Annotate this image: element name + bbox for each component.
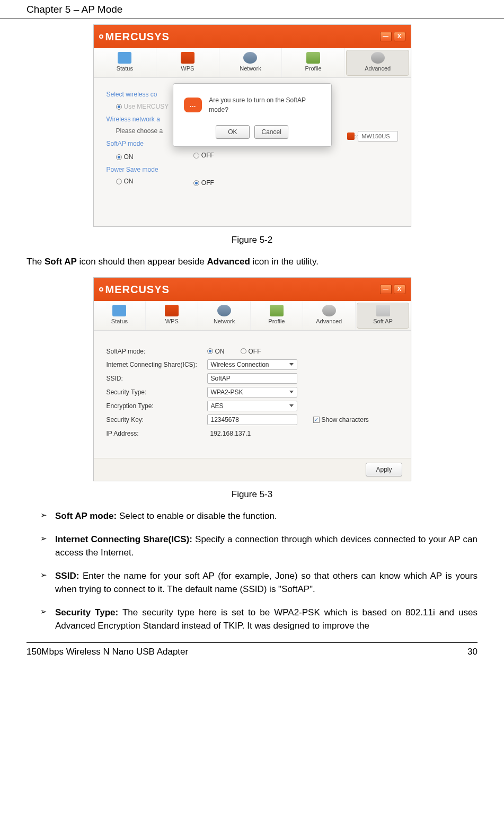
tab-label: Advanced: [365, 64, 391, 73]
page-header: Chapter 5 – AP Mode: [0, 0, 504, 19]
tab-label: Advanced: [316, 317, 342, 326]
window-controls: — X: [380, 32, 405, 41]
row-softap-mode: SoftAP mode: ON OFF: [107, 347, 398, 356]
tab-label: Status: [117, 64, 133, 73]
sectype-select[interactable]: WPA2-PSK: [207, 387, 297, 398]
tab-wps[interactable]: WPS: [146, 301, 198, 330]
radio-label: OFF: [201, 151, 214, 160]
bullet-label: Security Type:: [55, 607, 118, 617]
adapter-icon: [347, 133, 355, 140]
softap-on-radio[interactable]: ON: [207, 347, 225, 356]
bullet-label: SSID:: [55, 571, 79, 581]
network-icon: [217, 305, 231, 316]
arrow-icon: ➢: [40, 569, 47, 581]
speech-bubble-icon: …: [184, 98, 202, 112]
row-seckey: Security Key: 12345678 ✓Show characters: [107, 414, 398, 425]
row-ip: IP Address: 192.168.137.1: [107, 428, 398, 439]
status-icon: [112, 305, 126, 316]
radio-label: ON: [124, 152, 134, 162]
footer-page-number: 30: [467, 645, 478, 659]
profile-icon: [270, 305, 284, 316]
network-icon: [243, 52, 257, 64]
profile-icon: [306, 52, 320, 64]
tab-label: Status: [111, 317, 128, 326]
softap-on-radio[interactable]: ON: [116, 152, 134, 162]
confirm-modal: … Are you sure to turn on the SoftAP mod…: [173, 83, 332, 147]
figure-5-3-caption: Figure 5-3: [26, 488, 478, 501]
cancel-button[interactable]: Cancel: [254, 125, 288, 139]
tab-advanced[interactable]: Advanced: [346, 50, 410, 76]
arrow-icon: ➢: [40, 509, 47, 522]
power-on-radio[interactable]: ON: [116, 176, 134, 186]
ics-select[interactable]: Wireless Connection: [207, 359, 297, 370]
wps-icon: [165, 305, 179, 316]
close-button[interactable]: X: [394, 285, 405, 294]
figure-5-3-window: MERCUSYS — X Status WPS Network Profile …: [93, 277, 411, 481]
advanced-icon: [371, 52, 385, 64]
ok-button[interactable]: OK: [216, 125, 250, 139]
chevron-down-icon: [289, 363, 294, 366]
brand-dot-icon: [99, 34, 103, 39]
radio-icon: [116, 154, 122, 160]
value: 12345678: [211, 415, 239, 425]
value: SoftAP: [211, 374, 231, 383]
adapter-select[interactable]: MW150US: [358, 131, 397, 142]
page-footer: 150Mbps Wireless N Nano USB Adapter 30: [26, 642, 478, 659]
tab-wps[interactable]: WPS: [156, 48, 219, 77]
value: WPA2-PSK: [211, 387, 243, 397]
brand-logo: MERCUSYS: [99, 29, 170, 45]
title-bar: MERCUSYS — X: [94, 278, 411, 301]
tab-status[interactable]: Status: [94, 301, 146, 330]
ssid-input[interactable]: SoftAP: [207, 373, 297, 384]
apply-button[interactable]: Apply: [366, 463, 402, 476]
radio-label: Use MERCUSY: [124, 102, 169, 111]
title-bar: MERCUSYS — X: [94, 25, 411, 48]
tab-status[interactable]: Status: [94, 48, 157, 77]
bullet-text: Select to enable or disable the function…: [117, 511, 277, 521]
label: Security Key:: [107, 415, 207, 425]
softap-off-radio[interactable]: OFF: [193, 151, 214, 160]
close-button[interactable]: X: [394, 32, 405, 41]
row-ics: Internet Connecting Share(ICS): Wireless…: [107, 359, 398, 370]
advanced-panel: Select wireless co Use MERCUSY Wireless …: [94, 78, 411, 226]
softap-off-radio[interactable]: OFF: [241, 347, 261, 356]
bullet-list: ➢ Soft AP mode: Select to enable or disa…: [40, 509, 478, 633]
radio-label: ON: [124, 176, 134, 186]
bullet-ics: ➢ Internet Connecting Share(ICS): Specif…: [40, 533, 478, 560]
label: Internet Connecting Share(ICS):: [107, 360, 207, 369]
tab-label: Network: [214, 317, 235, 326]
tab-advanced[interactable]: Advanced: [303, 301, 356, 330]
minimize-button[interactable]: —: [380, 32, 392, 41]
label: Encryption Type:: [107, 401, 207, 411]
enctype-select[interactable]: AES: [207, 401, 297, 411]
status-icon: [118, 52, 131, 64]
chevron-down-icon: [289, 404, 294, 407]
bullet-softap: ➢ Soft AP mode: Select to enable or disa…: [40, 509, 478, 523]
tab-label: Profile: [268, 317, 285, 326]
tab-network[interactable]: Network: [198, 301, 251, 330]
value: 192.168.137.1: [210, 429, 251, 438]
tab-profile[interactable]: Profile: [282, 48, 345, 77]
section-powersave: Power Save mode: [107, 165, 398, 174]
tab-bar: Status WPS Network Profile Advanced Soft…: [94, 301, 411, 331]
brand-logo: MERCUSYS: [99, 281, 170, 297]
arrow-icon: ➢: [40, 533, 47, 545]
tab-profile[interactable]: Profile: [251, 301, 303, 330]
chapter-title: Chapter 5 – AP Mode: [26, 4, 122, 15]
show-chars-checkbox[interactable]: ✓Show characters: [313, 415, 369, 425]
minimize-button[interactable]: —: [380, 285, 392, 294]
tab-network[interactable]: Network: [219, 48, 282, 77]
softap-icon: [376, 305, 390, 316]
radio-icon: [116, 179, 122, 184]
power-off-radio[interactable]: OFF: [193, 178, 214, 188]
text: The: [26, 257, 45, 267]
softap-panel: SoftAP mode: ON OFF Internet Connecting …: [94, 331, 411, 458]
radio-icon: [116, 104, 122, 110]
label: SoftAP mode:: [107, 347, 207, 356]
tab-softap[interactable]: Soft AP: [357, 303, 410, 329]
adapter-dropdown[interactable]: MW150US: [347, 131, 397, 142]
row-enctype: Encryption Type: AES: [107, 401, 398, 411]
use-mercusys-radio[interactable]: Use MERCUSY: [116, 102, 169, 111]
seckey-input[interactable]: 12345678: [207, 414, 297, 425]
row-sectype: Security Type: WPA2-PSK: [107, 387, 398, 398]
